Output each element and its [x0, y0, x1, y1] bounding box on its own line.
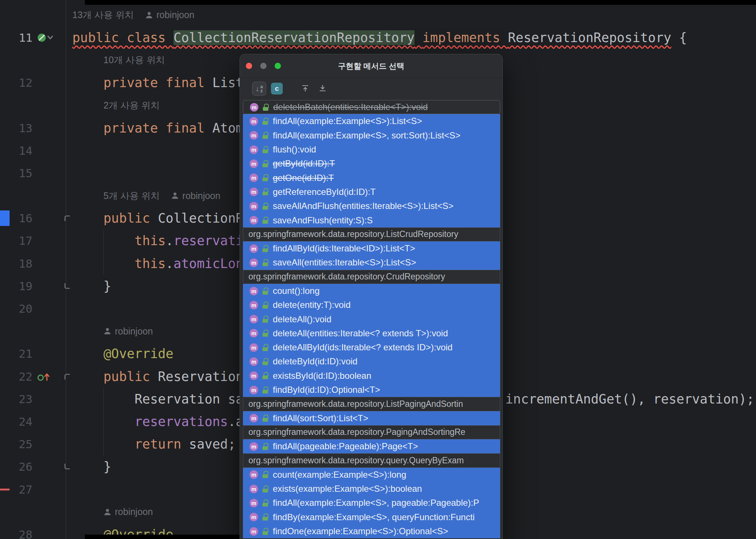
method-row[interactable]: mgetReferenceById(id:ID):T [243, 185, 500, 199]
public-visibility-icon [262, 188, 268, 195]
author-hint[interactable]: robinjoon [115, 507, 153, 517]
code-token: implements [422, 30, 508, 45]
code-content: public class CollectionReservationReposi… [72, 26, 756, 49]
gutter: 23 [0, 388, 72, 410]
code-token: } [103, 279, 111, 293]
author-hint[interactable]: robinjoon [157, 10, 195, 20]
dialog-titlebar[interactable]: 구현할 메서드 선택 [240, 54, 502, 78]
code-token: @Override [103, 346, 173, 361]
code-token: saved; [189, 437, 236, 452]
usages-hint[interactable]: 2개 사용 위치 [103, 99, 160, 111]
method-row[interactable]: mexists(example:Example<S>):boolean [243, 482, 500, 496]
traffic-lights [246, 54, 281, 78]
gutter [0, 501, 72, 523]
method-signature: deleteAllById(ids:Iterable<? extends ID>… [273, 342, 453, 353]
method-row[interactable]: msaveAllAndFlush(entities:Iterable<S>):L… [243, 199, 500, 213]
method-signature: findAllById(ids:Iterable<ID>):List<T> [273, 243, 415, 254]
method-signature: findOne(example:Example<S>):Optional<S> [273, 526, 448, 536]
method-row[interactable]: mdeleteById(id:ID):void [243, 354, 500, 368]
method-row[interactable]: mfindOne(example:Example<S>):Optional<S> [243, 524, 500, 538]
author-person-icon[interactable] [103, 508, 111, 516]
code-token: public [103, 369, 158, 384]
method-row[interactable]: mfindAll(example:Example<S>, pageable:Pa… [243, 496, 500, 510]
method-row[interactable]: mgetById(id:ID):T [243, 157, 500, 171]
code-token: ReservationRepository [508, 30, 671, 45]
fold-marker-end[interactable] [63, 462, 72, 471]
close-button[interactable] [246, 63, 252, 69]
gutter [0, 94, 72, 117]
author-person-icon[interactable] [171, 192, 179, 200]
method-row[interactable]: msaveAndFlush(entity:S):S [243, 213, 500, 227]
indent-guide [103, 252, 104, 275]
method-row[interactable]: mfindAll(example:Example<S>):List<S> [243, 114, 500, 128]
class-implementations-icon[interactable] [37, 32, 53, 43]
code-token: (), [622, 392, 653, 406]
gutter: 25 [0, 433, 72, 456]
gutter [0, 320, 72, 343]
gutter: 27 [0, 478, 72, 501]
method-icon: m [250, 386, 258, 394]
public-visibility-icon [262, 330, 268, 337]
gutter [0, 185, 72, 207]
dialog-toolbar: ↓ az c [240, 78, 502, 99]
method-signature: existsById(id:ID):boolean [273, 371, 371, 381]
minimize-button[interactable] [260, 63, 267, 69]
fold-marker-start[interactable] [63, 372, 72, 381]
code-token: Reservation sa [135, 392, 244, 406]
method-row[interactable]: mcount(example:Example<S>):long [243, 468, 500, 482]
copy-javadoc-button[interactable]: c [271, 83, 283, 95]
fold-marker-end[interactable] [63, 282, 72, 291]
method-row[interactable]: mdeleteAll(entities:Iterable<? extends T… [243, 326, 500, 340]
expand-all-button[interactable] [316, 82, 329, 95]
author-person-icon[interactable] [103, 327, 111, 335]
method-row[interactable]: mexistsById(id:ID):boolean [243, 369, 500, 383]
method-row[interactable]: mfindById(id:ID):Optional<T> [243, 383, 500, 397]
method-signature: exists(example:Example<S>):boolean [273, 484, 422, 494]
method-icon: m [250, 159, 258, 168]
sort-alphabetically-button[interactable]: ↓ az [252, 82, 266, 96]
method-icon: m [250, 499, 258, 507]
method-row[interactable]: mcount():long [243, 284, 500, 298]
method-row[interactable]: mgetOne(id:ID):T [243, 171, 500, 185]
method-row[interactable]: mflush():void [243, 143, 500, 157]
method-row[interactable]: msaveAll(entities:Iterable<S>):List<S> [243, 255, 500, 270]
usages-hint[interactable]: 10개 사용 위치 [103, 54, 165, 66]
usages-hint[interactable]: 5개 사용 위치 [103, 190, 160, 202]
method-signature: deleteInBatch(entities:Iterable<T>):void [273, 102, 428, 112]
gutter: 17 [0, 230, 72, 252]
method-signature: deleteAll():void [273, 314, 331, 325]
public-visibility-icon [262, 514, 268, 521]
author-hint[interactable]: robinjoon [115, 326, 153, 337]
usages-hint[interactable]: 13개 사용 위치 [72, 9, 134, 21]
method-row[interactable]: mdeleteInBatch(entities:Iterable<T>):voi… [243, 100, 500, 114]
overriding-method-icon[interactable] [37, 371, 51, 382]
method-row[interactable]: mdeleteAllById(ids:Iterable<? extends ID… [243, 340, 500, 354]
sort-az-letters: az [260, 85, 263, 93]
code-token: this [135, 256, 166, 271]
gutter: 18 [0, 252, 72, 275]
code-token: this [135, 233, 166, 248]
method-icon: m [250, 216, 258, 224]
gutter: 28 [0, 523, 72, 539]
code-fragment-right: incrementAndGet(), reservation); [505, 392, 754, 406]
author-person-icon[interactable] [145, 11, 153, 19]
line-number: 18 [19, 257, 32, 270]
method-row[interactable]: mdeleteAll():void [243, 312, 500, 326]
method-row[interactable]: mfindAll(pageable:Pageable):Page<T> [243, 439, 500, 453]
sort-az-icon: ↓ [255, 85, 259, 92]
line-number: 17 [19, 234, 32, 247]
author-hint[interactable]: robinjoon [182, 190, 220, 201]
method-row[interactable]: mdelete(entity:T):void [243, 298, 500, 312]
collapse-all-button[interactable] [299, 82, 312, 95]
method-icon: m [250, 145, 258, 154]
method-row[interactable]: mfindAll(example:Example<S>, sort:Sort):… [243, 128, 500, 143]
method-row[interactable]: mfindAll(sort:Sort):List<T> [243, 411, 500, 425]
method-icon: m [250, 513, 258, 521]
line-number: 13 [19, 121, 32, 135]
fold-marker-start[interactable] [63, 214, 72, 223]
code-token: . [166, 256, 173, 271]
method-row[interactable]: mfindBy(example:Example<S>, queryFunctio… [243, 510, 500, 524]
maximize-button[interactable] [275, 63, 281, 69]
line-number: 27 [19, 483, 32, 496]
method-row[interactable]: mfindAllById(ids:Iterable<ID>):List<T> [243, 241, 500, 255]
